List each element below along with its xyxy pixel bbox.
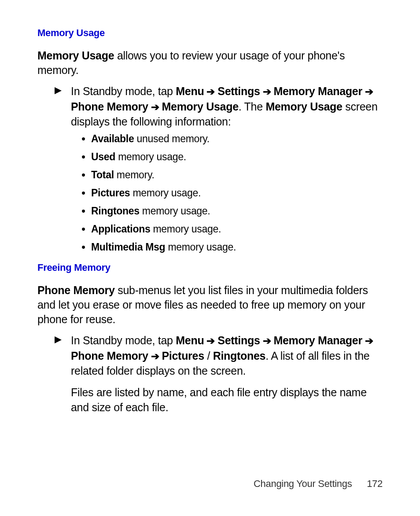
heading-freeing-memory: Freeing Memory — [37, 262, 383, 273]
paragraph-freeing-memory-intro: Phone Memory sub-menus let you list file… — [37, 283, 383, 327]
nav-memory-usage: Memory Usage — [162, 100, 239, 113]
nav-ringtones: Ringtones — [213, 350, 266, 362]
arrow-separator: ➔ — [148, 101, 162, 113]
text-bold: Total — [91, 169, 114, 181]
step-extra-text: Files are listed by name, and each file … — [71, 385, 383, 415]
text: memory usage. — [130, 187, 201, 199]
text: memory usage. — [115, 151, 186, 162]
text-bold: Pictures — [91, 187, 130, 199]
text-bold: Phone Memory — [37, 284, 115, 296]
text: In Standby mode, tap — [71, 334, 176, 346]
nav-settings: Settings — [217, 85, 260, 97]
arrow-separator: ➔ — [362, 335, 373, 346]
arrow-separator: ➔ — [362, 86, 373, 97]
list-item: Total memory. — [81, 170, 383, 180]
text: memory usage. — [165, 241, 236, 253]
list-item: Available unused memory. — [81, 134, 383, 144]
footer-section-label: Changing Your Settings — [254, 478, 352, 489]
list-item: Applications memory usage. — [81, 224, 383, 234]
nav-settings: Settings — [217, 334, 260, 346]
nav-memory-manager: Memory Manager — [273, 334, 362, 346]
heading-memory-usage: Memory Usage — [37, 27, 383, 39]
list-item: Pictures memory usage. — [81, 188, 383, 198]
arrow-separator: ➔ — [204, 335, 217, 346]
nav-menu: Menu — [176, 85, 204, 97]
step-text: In Standby mode, tap Menu ➔ Settings ➔ M… — [71, 84, 383, 129]
bullet-list-memory-items: Available unused memory. Used memory usa… — [81, 134, 383, 252]
text: memory usage. — [150, 223, 221, 235]
triangle-right-icon — [54, 87, 62, 95]
text-bold: Memory Usage — [265, 100, 342, 113]
text: memory. — [114, 169, 155, 181]
step-memory-usage: In Standby mode, tap Menu ➔ Settings ➔ M… — [54, 84, 383, 129]
paragraph-memory-usage-intro: Memory Usage allows you to review your u… — [37, 48, 383, 77]
page-number: 172 — [367, 478, 383, 489]
document-page: Memory Usage Memory Usage allows you to … — [0, 0, 420, 442]
nav-memory-manager: Memory Manager — [273, 85, 362, 97]
nav-pictures: Pictures — [162, 350, 204, 362]
nav-phone-memory: Phone Memory — [71, 350, 148, 362]
step-text: In Standby mode, tap Menu ➔ Settings ➔ M… — [71, 333, 383, 415]
text-bold: Used — [91, 151, 115, 162]
text-bold: Memory Usage — [37, 49, 114, 62]
svg-marker-0 — [55, 87, 62, 94]
text: unused memory. — [134, 133, 209, 144]
text-bold: Applications — [91, 223, 150, 235]
triangle-right-icon — [54, 336, 62, 344]
list-item: Used memory usage. — [81, 152, 383, 162]
text-bold: Ringtones — [91, 205, 140, 217]
arrow-separator: ➔ — [260, 86, 274, 97]
text-bold: Multimedia Msg — [91, 241, 165, 253]
svg-marker-1 — [55, 336, 62, 343]
list-item: Multimedia Msg memory usage. — [81, 242, 383, 252]
page-footer: Changing Your Settings 172 — [254, 478, 383, 490]
list-item: Ringtones memory usage. — [81, 206, 383, 216]
nav-phone-memory: Phone Memory — [71, 100, 148, 113]
arrow-separator: ➔ — [260, 335, 274, 346]
text-bold: Available — [91, 133, 134, 144]
text: In Standby mode, tap — [71, 85, 176, 97]
arrow-separator: ➔ — [148, 350, 162, 362]
text: memory usage. — [140, 205, 210, 217]
text: / — [204, 350, 213, 362]
nav-menu: Menu — [176, 334, 204, 346]
step-freeing-memory: In Standby mode, tap Menu ➔ Settings ➔ M… — [54, 333, 383, 415]
arrow-separator: ➔ — [204, 86, 217, 97]
text: . The — [239, 100, 266, 113]
